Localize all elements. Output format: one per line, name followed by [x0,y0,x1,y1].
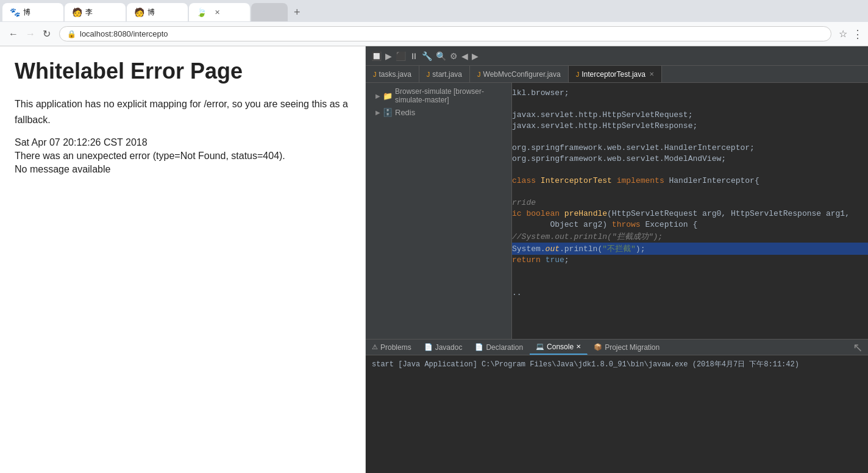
code-content-15: System.out.println("不拦截"); [512,243,645,254]
toolbar-icon-7[interactable]: ⚙ [450,51,458,61]
tab-close-4[interactable]: ✕ [215,9,220,16]
tree-item-redis[interactable]: ▶ 🗄️ Redis [366,106,511,119]
tab-favicon-2: 🧑 [72,7,82,17]
tree-item-browser-simulate[interactable]: ▶ 📁 Browser-simulate [browser-simulate-m… [366,85,511,106]
toolbar-icon-1[interactable]: 🔲 [371,51,382,61]
code-content-8 [512,165,517,175]
ide-tab-icon-interceptortest: J [576,71,580,78]
reload-button[interactable]: ↻ [39,26,54,42]
address-bar[interactable]: 🔒 [59,26,831,41]
ide-toolbar: 🔲 ▶ ⬛ ⏸ 🔧 🔍 ⚙ ◀ ▶ [366,46,868,66]
bottom-tab-project-migration[interactable]: 📦 Project Migration [588,340,666,355]
toolbar-icon-4[interactable]: ⏸ [410,51,418,61]
code-line-14: //System.out.println("拦截成功"); [512,230,868,243]
toolbar-icon-5[interactable]: 🔧 [422,51,432,61]
browser-chrome: 🐾 博 🧑 李 🧑 博 🍃 ✕ + ← → ↻ 🔒 ☆ ⋮ [0,0,868,46]
code-content-13: Object arg2) throws Exception { [512,220,697,230]
tab-label-3: 博 [148,7,155,18]
tab-2[interactable]: 🧑 李 [65,3,126,21]
tree-icon-browser-simulate: 📁 [383,91,393,101]
address-input[interactable] [80,29,824,38]
browser-tab-bar: 🐾 博 🧑 李 🧑 博 🍃 ✕ + [0,0,868,22]
error-subtitle: This application has no explicit mapping… [15,96,350,127]
code-line-13: Object arg2) throws Exception { [512,219,868,230]
bottom-tab-console[interactable]: 💻 Console ✕ [530,340,588,355]
bottom-tab-icon-console: 💻 [536,343,544,350]
ide-tab-webmvc[interactable]: J WebMvcConfigurer.java [470,66,569,82]
bottom-panel: ⚠ Problems 📄 Javadoc 📄 Declaration 💻 Con… [366,339,868,473]
code-line-5 [512,132,868,143]
toolbar-icon-3[interactable]: ⬛ [396,51,406,61]
bottom-tab-javadoc[interactable]: 📄 Javadoc [418,340,469,355]
toolbar-icon-9[interactable]: ▶ [472,51,478,61]
code-line-7: org.springframework.web.servlet.ModelAnd… [512,154,868,165]
code-line-9: class InterceptorTest implements Handler… [512,176,868,187]
bookmark-icon[interactable]: ☆ [839,28,847,40]
code-line-8 [512,165,868,176]
bottom-tab-label-project-migration: Project Migration [605,343,660,352]
code-line-3: javax.servlet.http.HttpServletRequest; [512,110,868,121]
tab-3[interactable]: 🧑 博 [127,3,188,21]
bottom-tab-bar: ⚠ Problems 📄 Javadoc 📄 Declaration 💻 Con… [366,340,868,355]
bottom-tab-declaration[interactable]: 📄 Declaration [469,340,530,355]
new-tab-button[interactable]: + [291,6,303,19]
ide-tab-label-tasks: tasks.java [379,70,411,79]
menu-icon[interactable]: ⋮ [852,27,863,41]
tab-4[interactable]: 🍃 ✕ [189,3,250,21]
ide-tab-label-webmvc: WebMvcConfigurer.java [483,70,561,79]
bottom-tab-problems[interactable]: ⚠ Problems [366,340,418,355]
toolbar-icon-8[interactable]: ◀ [461,51,468,61]
tree-arrow-redis: ▶ [375,109,380,116]
bottom-tab-close-console[interactable]: ✕ [576,343,581,350]
forward-button[interactable]: → [22,26,39,42]
tree-arrow-browser-simulate: ▶ [375,93,380,99]
code-content-14: //System.out.println("拦截成功"); [512,231,663,242]
code-line-16: return true; [512,255,868,266]
tree-icon-redis: 🗄️ [383,108,393,117]
toolbar-icon-6[interactable]: 🔍 [436,51,446,61]
ide-tab-start[interactable]: J start.java [419,66,470,82]
code-line-12: ic boolean preHandle(HttpServletRequest … [512,208,868,219]
ide-tab-icon-webmvc: J [477,71,481,78]
code-content-3: javax.servlet.http.HttpServletRequest; [512,110,692,120]
cursor-icon: ↖ [848,340,868,355]
code-content-7: org.springframework.web.servlet.ModelAnd… [512,154,726,164]
code-content-10 [512,187,517,197]
code-content-17 [512,266,517,276]
console-output: start [Java Application] C:\Program File… [366,355,868,473]
tab-label-2: 李 [85,7,93,18]
code-line-4: javax.servlet.http.HttpServletResponse; [512,121,868,132]
ide-tab-label-start: start.java [432,70,462,79]
code-line-10 [512,187,868,197]
ide-tab-icon-tasks: J [373,71,377,78]
code-content-11: rride [512,198,536,208]
back-button[interactable]: ← [5,26,22,42]
toolbar-icon-2[interactable]: ▶ [385,51,392,61]
tab-label-1: 博 [23,7,30,18]
code-line-19: .. [512,288,868,299]
code-content-18 [512,277,517,287]
tree-label-browser-simulate: Browser-simulate [browser-simulate-maste… [395,87,507,104]
ide-tab-label-interceptortest: InterceptorTest.java [582,70,646,79]
code-line-15: System.out.println("不拦截"); [512,243,868,255]
ide-tab-close-interceptortest[interactable]: ✕ [649,71,654,77]
console-text: start [Java Application] C:\Program File… [372,360,799,369]
error-no-message: No message available [15,164,350,175]
ide-tab-interceptortest[interactable]: J InterceptorTest.java ✕ [569,66,662,82]
bottom-tab-label-declaration: Declaration [486,343,523,352]
tab-5[interactable] [251,3,288,21]
ide-tab-tasks[interactable]: J tasks.java [366,66,419,82]
tree-label-redis: Redis [395,108,415,117]
code-editor: lkl.browser; javax.servlet.http.HttpServ… [512,83,868,339]
ide-project-tree: ▶ 📁 Browser-simulate [browser-simulate-m… [366,83,512,339]
code-content-19: .. [512,288,522,298]
tab-1[interactable]: 🐾 博 [2,3,63,21]
error-timestamp: Sat Apr 07 20:12:26 CST 2018 [15,137,350,148]
code-content-4: javax.servlet.http.HttpServletResponse; [512,121,697,131]
code-content-16: return true; [512,255,569,265]
bottom-tab-icon-project-migration: 📦 [594,343,602,351]
bottom-tab-label-problems: Problems [380,343,411,352]
error-details: There was an unexpected error (type=Not … [15,151,350,162]
code-line-1: lkl.browser; [512,88,868,99]
code-content-2 [512,99,517,109]
